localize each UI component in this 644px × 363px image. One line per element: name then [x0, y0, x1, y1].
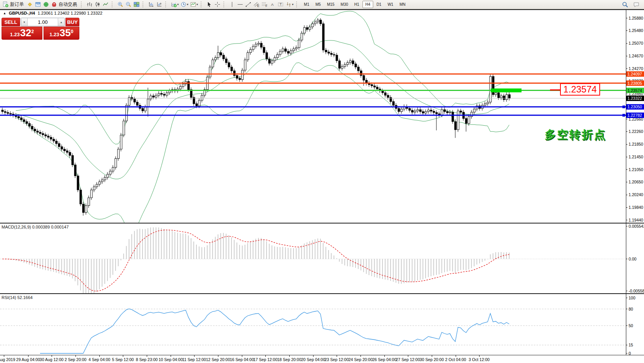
toolbar-right-group	[621, 1, 642, 8]
timeframe-m5[interactable]: M5	[312, 1, 324, 8]
time-axis-tick	[28, 355, 29, 357]
one-click-collapse-arrow[interactable]: ▲	[3, 12, 6, 15]
periods-dropdown[interactable]: ▾	[187, 3, 188, 6]
time-axis-label: 16 Sep 04:00	[230, 357, 254, 362]
mt4-application: 新订单 自动交易 ▾ ▾ ▾ E F A T ▾	[0, 0, 644, 363]
volume-decrease-button[interactable]: ▼	[21, 18, 28, 26]
vertical-line-tool-icon[interactable]	[228, 1, 236, 8]
buy-button[interactable]: BUY	[65, 18, 79, 26]
sell-button[interactable]: SELL	[2, 18, 20, 26]
buy-price-sup: 0	[71, 29, 74, 34]
text-label-tool-icon[interactable]: T	[277, 1, 285, 8]
auto-trading-label[interactable]: 自动交易	[59, 1, 77, 8]
bar-chart-icon[interactable]	[86, 1, 94, 8]
toolbar-grip	[143, 2, 145, 7]
fibonacci-tool-icon[interactable]: F	[260, 1, 268, 8]
pane-divider[interactable]	[0, 293, 644, 294]
pane-divider	[0, 9, 644, 10]
cursor-icon[interactable]	[205, 1, 213, 8]
line-chart-icon[interactable]	[102, 1, 110, 8]
macd-indicator-pane[interactable]: 0.0055430.00-0.005583	[0, 224, 644, 293]
template-icon[interactable]	[189, 1, 197, 8]
time-axis[interactable]: 27 Aug 201929 Aug 04:0030 Aug 12:002 Sep…	[0, 355, 644, 363]
time-axis-tick	[99, 355, 100, 357]
crosshair-icon[interactable]	[213, 1, 221, 8]
tile-windows-icon[interactable]	[132, 1, 141, 8]
svg-text:50: 50	[629, 323, 633, 328]
horizontal-line-tool-icon[interactable]	[236, 1, 244, 8]
timeframe-d1[interactable]: D1	[373, 1, 384, 8]
time-axis-tick	[384, 355, 385, 357]
chat-icon[interactable]	[632, 1, 640, 8]
toolbar-grip	[296, 2, 299, 7]
price-chart-canvas[interactable]: 1.258801.254801.250701.246701.242701.238…	[0, 10, 644, 223]
time-axis-label: 18 Sep 20:00	[277, 357, 301, 362]
turning-point-label[interactable]: 多空转折点	[545, 127, 606, 143]
svg-text:1.20240: 1.20240	[629, 192, 643, 197]
timeframe-h1[interactable]: H1	[351, 1, 362, 8]
svg-text:15: 15	[629, 343, 633, 347]
candlestick-chart-icon[interactable]	[94, 1, 102, 8]
time-axis-label: 10 Sep 04:00	[159, 357, 183, 362]
time-axis-label: 30 Aug 12:00	[40, 357, 64, 362]
metaeditor-icon[interactable]	[26, 1, 34, 8]
periods-clock-icon[interactable]	[179, 1, 188, 8]
timeframe-mn[interactable]: MN	[396, 1, 409, 8]
chart-title: GBPUSD-,H4	[9, 11, 35, 15]
navigator-icon[interactable]	[42, 1, 50, 8]
add-indicator-icon[interactable]	[170, 1, 178, 8]
time-axis-tick	[361, 355, 361, 357]
trendline-tool-icon[interactable]	[244, 1, 252, 8]
toolbar-grip	[201, 2, 203, 7]
autotrading-icon[interactable]	[50, 1, 58, 8]
time-axis-label: 27 Aug 2019	[0, 357, 15, 362]
channel-tool-icon[interactable]: E	[252, 1, 260, 8]
one-click-trading-panel: SELL ▼ 1.00 ▲ BUY 1.23 32 2 1.23 35 0	[2, 18, 79, 40]
timeframe-m1[interactable]: M1	[301, 1, 312, 8]
time-axis-label: 4 Sep 04:00	[89, 357, 111, 362]
time-axis-label: 2 Oct 04:00	[445, 357, 466, 362]
pane-divider[interactable]	[0, 223, 644, 224]
buy-price[interactable]: 1.23 35 0	[44, 27, 79, 40]
new-order-icon[interactable]	[2, 1, 10, 8]
arrows-tool-icon[interactable]	[285, 1, 293, 8]
time-axis-label: 26 Sep 04:00	[372, 357, 396, 362]
timeframe-m15[interactable]: M15	[324, 1, 337, 8]
timeframe-m30[interactable]: M30	[337, 1, 351, 8]
svg-text:1.22782: 1.22782	[627, 113, 642, 118]
volume-field[interactable]: 1.00	[28, 18, 58, 26]
svg-text:80: 80	[629, 307, 633, 311]
time-axis-label: 8 Sep 23:00	[136, 357, 158, 362]
sell-price-prefix: 1.23	[10, 32, 20, 37]
svg-text:F: F	[265, 3, 267, 7]
text-tool-icon[interactable]: A	[268, 1, 277, 8]
search-icon[interactable]	[621, 1, 629, 8]
template-dropdown[interactable]: ▾	[196, 3, 198, 6]
shift-chart-icon[interactable]	[155, 1, 163, 8]
sell-price[interactable]: 1.23 32 2	[2, 27, 42, 40]
rsi-indicator-pane[interactable]: 1008050150	[0, 294, 644, 355]
arrange-charts-icon[interactable]	[147, 1, 155, 8]
volume-increase-button[interactable]: ▲	[58, 18, 64, 26]
time-axis-tick	[265, 355, 266, 357]
svg-text:A: A	[271, 2, 274, 7]
price-annotation-box[interactable]: 1.23574	[560, 83, 600, 96]
svg-text:-0.005583: -0.005583	[629, 289, 644, 293]
zoom-out-icon[interactable]	[124, 1, 132, 8]
timeframe-w1[interactable]: W1	[384, 1, 396, 8]
time-axis-tick	[432, 355, 432, 357]
arrows-dropdown[interactable]: ▾	[292, 3, 293, 6]
timeframe-h4[interactable]: H4	[362, 1, 374, 8]
add-indicator-dropdown[interactable]: ▾	[177, 3, 179, 6]
new-order-label[interactable]: 新订单	[10, 1, 24, 8]
market-watch-icon[interactable]	[34, 1, 42, 8]
toolbar-grip	[223, 2, 226, 7]
time-axis-tick	[337, 355, 337, 357]
zoom-in-icon[interactable]	[116, 1, 124, 8]
time-axis-tick	[52, 355, 52, 357]
volume-stepper: ▼ 1.00 ▲	[21, 18, 65, 26]
time-axis-tick	[218, 355, 218, 357]
svg-text:1.24670: 1.24670	[629, 54, 643, 58]
svg-text:1.21850: 1.21850	[629, 142, 643, 146]
svg-text:1.24097: 1.24097	[627, 72, 642, 76]
